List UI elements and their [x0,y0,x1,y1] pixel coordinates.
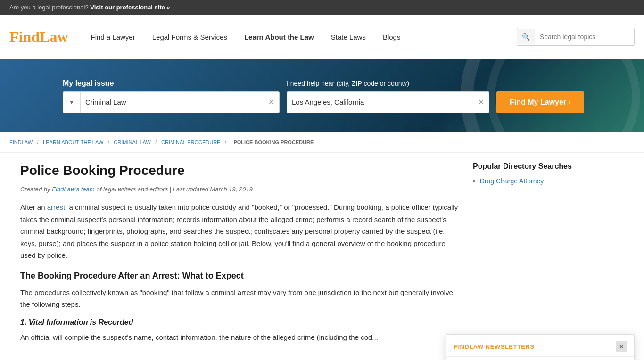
popular-searches-title: Popular Directory Searches [473,162,624,171]
location-input-wrapper: ✕ [287,91,489,113]
nav-learn-law[interactable]: Learn About the Law [236,28,322,46]
breadcrumb-sep2: / [108,139,111,146]
section1-paragraph: The procedures collectively known as "bo… [20,287,459,311]
search-box: 🔍 [517,28,635,46]
logo[interactable]: FindLaw [9,28,68,46]
article-meta: Created by FindLaw's team of legal write… [20,186,459,193]
nav-find-lawyer[interactable]: Find a Lawyer [82,28,143,46]
location-group: I need help near (city, ZIP code or coun… [287,79,489,113]
breadcrumb-sep4: / [225,139,228,146]
author-link[interactable]: FindLaw's team [52,186,95,193]
newsletter-popup: FINDLAW NEWSLETTERS × Stay up-to-date wi… [446,334,635,360]
lawyer-search-form: My legal issue ▼ ✕ I need help near (cit… [63,79,581,113]
breadcrumb-current: POLICE BOOKING PROCEDURE [233,140,314,145]
legal-issue-input[interactable] [81,92,264,113]
legal-issue-dropdown[interactable]: ▼ [63,92,81,113]
section2-title: 1. Vital Information is Recorded [20,318,459,327]
close-newsletter-button[interactable]: × [616,341,627,352]
search-input[interactable] [535,29,634,44]
section2-paragraph: An official will compile the suspect's n… [20,331,459,344]
legal-issue-clear[interactable]: ✕ [264,98,279,107]
drug-charge-attorney-link[interactable]: Drug Charge Attorney [480,177,544,185]
banner-text: Are you a legal professional? [9,4,89,11]
breadcrumb-learn-law[interactable]: LEARN ABOUT THE LAW [43,140,103,145]
location-input[interactable] [287,92,473,113]
location-clear[interactable]: ✕ [473,98,489,107]
nav-state-laws[interactable]: State Laws [322,28,374,46]
header: FindLaw Find a Lawyer Legal Forms & Serv… [0,15,644,59]
content-area: Police Booking Procedure Created by Find… [20,162,459,351]
article-title: Police Booking Procedure [20,162,459,179]
nav-blogs[interactable]: Blogs [374,28,409,46]
newsletter-body: Stay up-to-date with how the law affects… [446,357,634,360]
popular-searches: Popular Directory Searches Drug Charge A… [473,162,624,187]
professional-site-link[interactable]: Visit our professional site » [90,4,170,11]
breadcrumb-sep1: / [37,139,40,146]
legal-issue-label: My legal issue [63,79,280,88]
nav-legal-forms[interactable]: Legal Forms & Services [144,28,236,46]
sidebar: Popular Directory Searches Drug Charge A… [473,162,624,351]
location-label: I need help near (city, ZIP code or coun… [287,79,489,88]
main-container: Police Booking Procedure Created by Find… [11,153,633,360]
breadcrumb: FINDLAW / LEARN ABOUT THE LAW / CRIMINAL… [0,132,644,153]
search-icon: 🔍 [517,29,535,44]
arrest-link[interactable]: arrest [47,203,65,211]
breadcrumb-criminal-procedure[interactable]: CRIMINAL PROCEDURE [161,140,221,145]
breadcrumb-sep3: / [155,139,158,146]
article-body: After an arrest, a criminal suspect is u… [20,201,459,343]
main-nav: Find a Lawyer Legal Forms & Services Lea… [82,28,517,46]
newsletter-header: FINDLAW NEWSLETTERS × [446,335,634,357]
hero-section: My legal issue ▼ ✕ I need help near (cit… [0,59,644,132]
breadcrumb-criminal-law[interactable]: CRIMINAL LAW [114,140,151,145]
legal-issue-group: My legal issue ▼ ✕ [63,79,280,113]
logo-text: FindLaw [9,28,68,45]
popular-searches-list: Drug Charge Attorney [473,175,624,187]
find-lawyer-button[interactable]: Find My Lawyer › [496,91,584,113]
legal-issue-input-wrapper: ▼ ✕ [63,91,280,113]
newsletter-brand: FINDLAW NEWSLETTERS [454,343,535,350]
intro-paragraph: After an arrest, a criminal suspect is u… [20,201,459,262]
list-item: Drug Charge Attorney [473,175,624,187]
section1-title: The Booking Procedure After an Arrest: W… [20,271,459,281]
top-banner: Are you a legal professional? Visit our … [0,0,644,15]
breadcrumb-findlaw[interactable]: FINDLAW [9,140,33,145]
